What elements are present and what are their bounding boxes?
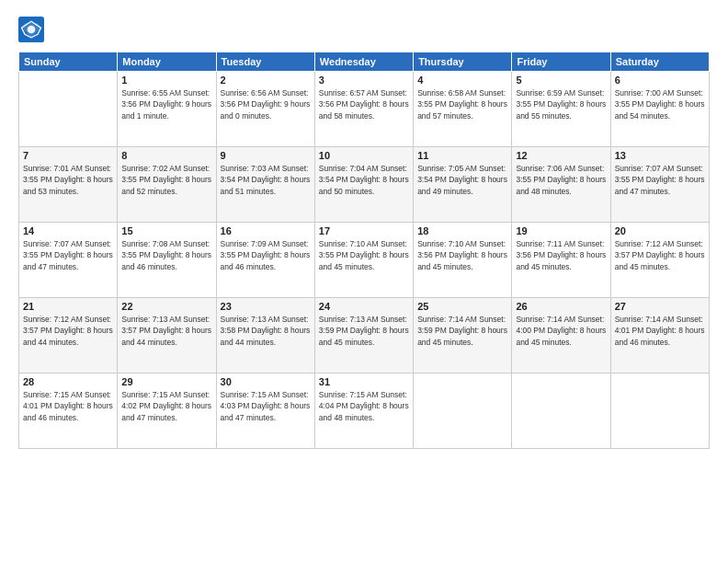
day-number: 7 <box>23 150 113 161</box>
col-header-tuesday: Tuesday <box>216 52 314 72</box>
page: SundayMondayTuesdayWednesdayThursdayFrid… <box>0 0 728 563</box>
day-info: Sunrise: 7:06 AM Sunset: 3:55 PM Dayligh… <box>516 163 606 197</box>
table-row: 21Sunrise: 7:12 AM Sunset: 3:57 PM Dayli… <box>19 298 118 373</box>
table-row: 1Sunrise: 6:55 AM Sunset: 3:56 PM Daylig… <box>118 72 216 147</box>
day-info: Sunrise: 7:15 AM Sunset: 4:02 PM Dayligh… <box>121 389 211 423</box>
table-row: 8Sunrise: 7:02 AM Sunset: 3:55 PM Daylig… <box>118 147 216 223</box>
table-row: 19Sunrise: 7:11 AM Sunset: 3:56 PM Dayli… <box>512 223 610 298</box>
day-number: 29 <box>121 376 211 387</box>
table-row: 26Sunrise: 7:14 AM Sunset: 4:00 PM Dayli… <box>512 298 610 373</box>
table-row: 12Sunrise: 7:06 AM Sunset: 3:55 PM Dayli… <box>512 147 610 223</box>
day-info: Sunrise: 7:13 AM Sunset: 3:58 PM Dayligh… <box>221 314 311 348</box>
day-number: 9 <box>221 150 311 161</box>
table-row: 3Sunrise: 6:57 AM Sunset: 3:56 PM Daylig… <box>314 72 413 147</box>
day-info: Sunrise: 7:07 AM Sunset: 3:55 PM Dayligh… <box>615 163 705 197</box>
day-number: 18 <box>417 225 507 236</box>
table-row <box>414 373 512 449</box>
svg-point-3 <box>28 26 36 34</box>
day-number: 6 <box>615 75 705 86</box>
table-row: 27Sunrise: 7:14 AM Sunset: 4:01 PM Dayli… <box>610 298 709 373</box>
calendar-header-row: SundayMondayTuesdayWednesdayThursdayFrid… <box>19 52 710 72</box>
table-row: 23Sunrise: 7:13 AM Sunset: 3:58 PM Dayli… <box>216 298 314 373</box>
table-row: 17Sunrise: 7:10 AM Sunset: 3:55 PM Dayli… <box>314 223 413 298</box>
table-row: 6Sunrise: 7:00 AM Sunset: 3:55 PM Daylig… <box>610 72 709 147</box>
table-row: 9Sunrise: 7:03 AM Sunset: 3:54 PM Daylig… <box>216 147 314 223</box>
day-number: 31 <box>319 376 409 387</box>
day-number: 13 <box>615 150 705 161</box>
day-info: Sunrise: 7:15 AM Sunset: 4:01 PM Dayligh… <box>23 389 113 423</box>
day-number: 10 <box>319 150 409 161</box>
day-info: Sunrise: 7:13 AM Sunset: 3:59 PM Dayligh… <box>319 314 409 348</box>
table-row <box>19 72 118 147</box>
calendar-week-2: 7Sunrise: 7:01 AM Sunset: 3:55 PM Daylig… <box>19 147 710 223</box>
col-header-thursday: Thursday <box>414 52 512 72</box>
table-row: 31Sunrise: 7:15 AM Sunset: 4:04 PM Dayli… <box>314 373 413 449</box>
table-row: 16Sunrise: 7:09 AM Sunset: 3:55 PM Dayli… <box>216 223 314 298</box>
table-row <box>610 373 709 449</box>
col-header-friday: Friday <box>512 52 610 72</box>
day-number: 22 <box>121 301 211 312</box>
day-info: Sunrise: 7:09 AM Sunset: 3:55 PM Dayligh… <box>221 238 311 272</box>
day-number: 15 <box>121 225 211 236</box>
table-row: 30Sunrise: 7:15 AM Sunset: 4:03 PM Dayli… <box>216 373 314 449</box>
table-row: 10Sunrise: 7:04 AM Sunset: 3:54 PM Dayli… <box>314 147 413 223</box>
day-info: Sunrise: 6:59 AM Sunset: 3:55 PM Dayligh… <box>516 87 606 121</box>
day-number: 19 <box>516 225 606 236</box>
day-info: Sunrise: 7:13 AM Sunset: 3:57 PM Dayligh… <box>121 314 211 348</box>
day-info: Sunrise: 6:57 AM Sunset: 3:56 PM Dayligh… <box>319 87 409 121</box>
day-info: Sunrise: 7:12 AM Sunset: 3:57 PM Dayligh… <box>615 238 705 272</box>
table-row: 24Sunrise: 7:13 AM Sunset: 3:59 PM Dayli… <box>314 298 413 373</box>
day-info: Sunrise: 7:01 AM Sunset: 3:55 PM Dayligh… <box>23 163 113 197</box>
calendar-week-3: 14Sunrise: 7:07 AM Sunset: 3:55 PM Dayli… <box>19 223 710 298</box>
table-row: 29Sunrise: 7:15 AM Sunset: 4:02 PM Dayli… <box>118 373 216 449</box>
table-row: 15Sunrise: 7:08 AM Sunset: 3:55 PM Dayli… <box>118 223 216 298</box>
day-number: 1 <box>121 75 211 86</box>
day-number: 30 <box>221 376 311 387</box>
col-header-saturday: Saturday <box>610 52 709 72</box>
day-number: 5 <box>516 75 606 86</box>
col-header-monday: Monday <box>118 52 216 72</box>
day-number: 11 <box>417 150 507 161</box>
table-row: 11Sunrise: 7:05 AM Sunset: 3:54 PM Dayli… <box>414 147 512 223</box>
day-info: Sunrise: 7:00 AM Sunset: 3:55 PM Dayligh… <box>615 87 705 121</box>
day-number: 28 <box>23 376 113 387</box>
table-row <box>512 373 610 449</box>
calendar-week-1: 1Sunrise: 6:55 AM Sunset: 3:56 PM Daylig… <box>19 72 710 147</box>
day-info: Sunrise: 6:58 AM Sunset: 3:55 PM Dayligh… <box>417 87 507 121</box>
day-info: Sunrise: 7:14 AM Sunset: 4:01 PM Dayligh… <box>615 314 705 348</box>
day-info: Sunrise: 6:56 AM Sunset: 3:56 PM Dayligh… <box>221 87 311 121</box>
table-row: 22Sunrise: 7:13 AM Sunset: 3:57 PM Dayli… <box>118 298 216 373</box>
day-number: 20 <box>615 225 705 236</box>
day-info: Sunrise: 7:14 AM Sunset: 4:00 PM Dayligh… <box>516 314 606 348</box>
day-info: Sunrise: 6:55 AM Sunset: 3:56 PM Dayligh… <box>121 87 211 121</box>
day-number: 23 <box>221 301 311 312</box>
day-info: Sunrise: 7:05 AM Sunset: 3:54 PM Dayligh… <box>417 163 507 197</box>
table-row: 7Sunrise: 7:01 AM Sunset: 3:55 PM Daylig… <box>19 147 118 223</box>
logo-icon <box>18 17 44 42</box>
day-number: 26 <box>516 301 606 312</box>
day-info: Sunrise: 7:12 AM Sunset: 3:57 PM Dayligh… <box>23 314 113 348</box>
day-number: 16 <box>221 225 311 236</box>
day-number: 8 <box>121 150 211 161</box>
col-header-sunday: Sunday <box>19 52 118 72</box>
table-row: 2Sunrise: 6:56 AM Sunset: 3:56 PM Daylig… <box>216 72 314 147</box>
calendar-table: SundayMondayTuesdayWednesdayThursdayFrid… <box>18 52 710 449</box>
table-row: 28Sunrise: 7:15 AM Sunset: 4:01 PM Dayli… <box>19 373 118 449</box>
table-row: 13Sunrise: 7:07 AM Sunset: 3:55 PM Dayli… <box>610 147 709 223</box>
logo <box>18 17 48 42</box>
day-info: Sunrise: 7:10 AM Sunset: 3:56 PM Dayligh… <box>417 238 507 272</box>
day-number: 25 <box>417 301 507 312</box>
table-row: 20Sunrise: 7:12 AM Sunset: 3:57 PM Dayli… <box>610 223 709 298</box>
day-info: Sunrise: 7:02 AM Sunset: 3:55 PM Dayligh… <box>121 163 211 197</box>
day-info: Sunrise: 7:04 AM Sunset: 3:54 PM Dayligh… <box>319 163 409 197</box>
table-row: 14Sunrise: 7:07 AM Sunset: 3:55 PM Dayli… <box>19 223 118 298</box>
calendar-week-5: 28Sunrise: 7:15 AM Sunset: 4:01 PM Dayli… <box>19 373 710 449</box>
day-info: Sunrise: 7:15 AM Sunset: 4:03 PM Dayligh… <box>221 389 311 423</box>
day-info: Sunrise: 7:07 AM Sunset: 3:55 PM Dayligh… <box>23 238 113 272</box>
table-row: 5Sunrise: 6:59 AM Sunset: 3:55 PM Daylig… <box>512 72 610 147</box>
day-number: 14 <box>23 225 113 236</box>
calendar-week-4: 21Sunrise: 7:12 AM Sunset: 3:57 PM Dayli… <box>19 298 710 373</box>
col-header-wednesday: Wednesday <box>314 52 413 72</box>
day-number: 3 <box>319 75 409 86</box>
day-info: Sunrise: 7:14 AM Sunset: 3:59 PM Dayligh… <box>417 314 507 348</box>
